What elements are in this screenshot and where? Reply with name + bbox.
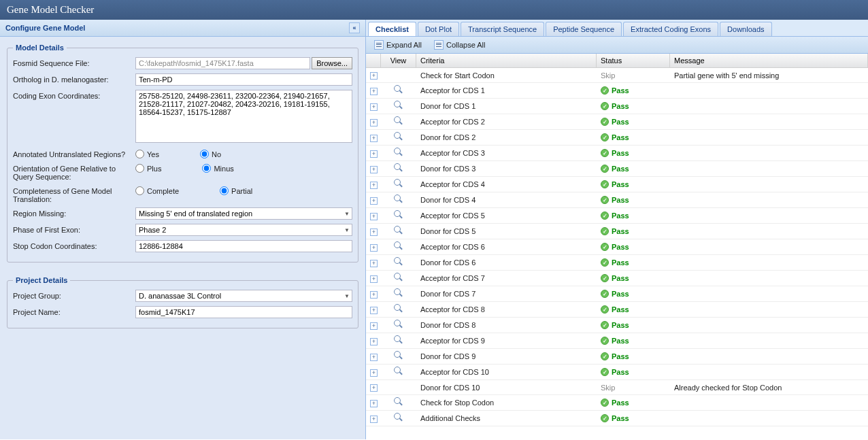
expand-row-icon[interactable]: + (370, 150, 378, 158)
magnifier-icon[interactable] (394, 179, 403, 188)
magnifier-icon[interactable] (394, 194, 403, 204)
message-cell (670, 88, 868, 92)
complete-complete-radio[interactable]: Complete (135, 186, 179, 195)
magnifier-icon[interactable] (394, 226, 403, 235)
expand-row-icon[interactable]: + (370, 103, 378, 111)
magnifier-icon[interactable] (394, 148, 403, 157)
table-row: +Acceptor for CDS 7✓Pass (366, 271, 868, 286)
status-cell: ✓Pass (597, 396, 670, 409)
complete-label: Completeness of Gene Model Translation: (13, 185, 135, 203)
message-cell (670, 416, 868, 420)
utr-yes-radio[interactable]: Yes (135, 150, 159, 158)
checkmark-icon: ✓ (601, 133, 609, 141)
expand-row-icon[interactable]: + (370, 244, 378, 252)
expand-row-icon[interactable]: + (370, 260, 378, 267)
tab-checklist[interactable]: Checklist (368, 22, 416, 36)
collapse-all-button[interactable]: Collapse All (430, 39, 489, 51)
grid-header-view[interactable]: View (381, 54, 416, 67)
expand-row-icon[interactable]: + (370, 354, 378, 361)
criteria-cell: Donor for CDS 9 (416, 350, 597, 362)
message-cell (670, 401, 868, 405)
message-cell (670, 214, 868, 218)
expand-row-icon[interactable]: + (370, 338, 378, 345)
browse-button[interactable]: Browse... (312, 57, 352, 69)
ortholog-input[interactable] (135, 73, 352, 86)
criteria-cell: Check for Start Codon (416, 69, 597, 82)
expand-row-icon[interactable]: + (370, 384, 378, 392)
expand-row-icon[interactable]: + (370, 88, 378, 95)
expand-row-icon[interactable]: + (370, 291, 378, 299)
checkmark-icon: ✓ (601, 305, 609, 314)
expand-all-button[interactable]: Expand All (370, 39, 426, 51)
table-row: +Acceptor for CDS 1✓Pass (366, 83, 868, 99)
tab-dot-plot[interactable]: Dot Plot (418, 22, 459, 36)
region-select[interactable]: Missing 5' end of translated region (135, 207, 352, 220)
expand-row-icon[interactable]: + (370, 213, 378, 220)
group-select[interactable]: D. ananassae 3L Control (135, 290, 352, 302)
status-cell: ✓Pass (597, 350, 670, 362)
status-cell: ✓Pass (597, 116, 670, 128)
expand-row-icon[interactable]: + (370, 135, 378, 142)
expand-row-icon[interactable]: + (370, 322, 378, 330)
tab-downloads[interactable]: Downloads (720, 22, 771, 36)
expand-row-icon[interactable]: + (370, 416, 378, 423)
expand-row-icon[interactable]: + (370, 182, 378, 189)
expand-row-icon[interactable]: + (370, 275, 378, 283)
complete-partial-radio[interactable]: Partial (220, 186, 252, 195)
fosmid-file-input[interactable] (135, 57, 310, 69)
project-details-legend: Project Details (13, 276, 70, 284)
table-row: +Donor for CDS 2✓Pass (366, 130, 868, 146)
ortholog-label: Ortholog in D. melanogaster: (13, 73, 135, 84)
status-cell: ✓Pass (597, 194, 670, 206)
collapse-left-button[interactable]: « (349, 22, 360, 33)
status-cell: Skip (597, 69, 670, 82)
magnifier-icon[interactable] (394, 257, 403, 267)
magnifier-icon[interactable] (394, 288, 403, 298)
grid-header-message[interactable]: Message (670, 54, 868, 67)
magnifier-icon[interactable] (394, 413, 403, 422)
phase-select[interactable]: Phase 2 (135, 224, 352, 236)
magnifier-icon[interactable] (394, 351, 403, 360)
expand-row-icon[interactable]: + (370, 369, 378, 377)
expand-row-icon[interactable]: + (370, 119, 378, 126)
expand-row-icon[interactable]: + (370, 72, 378, 80)
tab-extracted-coding-exons[interactable]: Extracted Coding Exons (623, 22, 718, 36)
checkmark-icon: ✓ (601, 399, 609, 407)
table-row: +Check for Start CodonSkipPartial gene w… (366, 68, 868, 83)
expand-row-icon[interactable]: + (370, 197, 378, 205)
magnifier-icon[interactable] (394, 335, 403, 345)
expand-row-icon[interactable]: + (370, 229, 378, 236)
expand-row-icon[interactable]: + (370, 400, 378, 407)
grid-header-criteria[interactable]: Criteria (416, 54, 597, 67)
stop-input[interactable] (135, 240, 352, 252)
magnifier-icon[interactable] (394, 367, 403, 376)
expand-row-icon[interactable]: + (370, 166, 378, 173)
status-cell: ✓Pass (597, 412, 670, 424)
magnifier-icon[interactable] (394, 397, 403, 407)
tab-transcript-sequence[interactable]: Transcript Sequence (461, 22, 544, 36)
magnifier-icon[interactable] (394, 85, 403, 95)
magnifier-icon[interactable] (394, 101, 403, 110)
magnifier-icon[interactable] (394, 132, 403, 141)
projname-input[interactable] (135, 306, 352, 318)
magnifier-icon[interactable] (394, 273, 403, 282)
magnifier-icon[interactable] (394, 320, 403, 329)
table-row: +Acceptor for CDS 4✓Pass (366, 177, 868, 192)
magnifier-icon[interactable] (394, 241, 403, 251)
criteria-cell: Acceptor for CDS 8 (416, 303, 597, 316)
magnifier-icon[interactable] (394, 116, 403, 126)
exon-textarea[interactable]: 25758-25120, 24498-23611, 23200-22364, 2… (135, 90, 352, 143)
magnifier-icon[interactable] (394, 163, 403, 173)
tabs-bar: ChecklistDot PlotTranscript SequencePept… (366, 20, 868, 37)
utr-no-radio[interactable]: No (200, 150, 221, 158)
table-row: +Acceptor for CDS 6✓Pass (366, 239, 868, 255)
expand-row-icon[interactable]: + (370, 307, 378, 314)
grid-header-status[interactable]: Status (597, 54, 670, 67)
magnifier-icon[interactable] (394, 210, 403, 220)
status-cell: ✓Pass (597, 319, 670, 331)
orient-minus-radio[interactable]: Minus (202, 164, 233, 173)
message-cell (670, 307, 868, 311)
orient-plus-radio[interactable]: Plus (135, 164, 161, 173)
tab-peptide-sequence[interactable]: Peptide Sequence (546, 22, 622, 36)
magnifier-icon[interactable] (394, 304, 403, 314)
